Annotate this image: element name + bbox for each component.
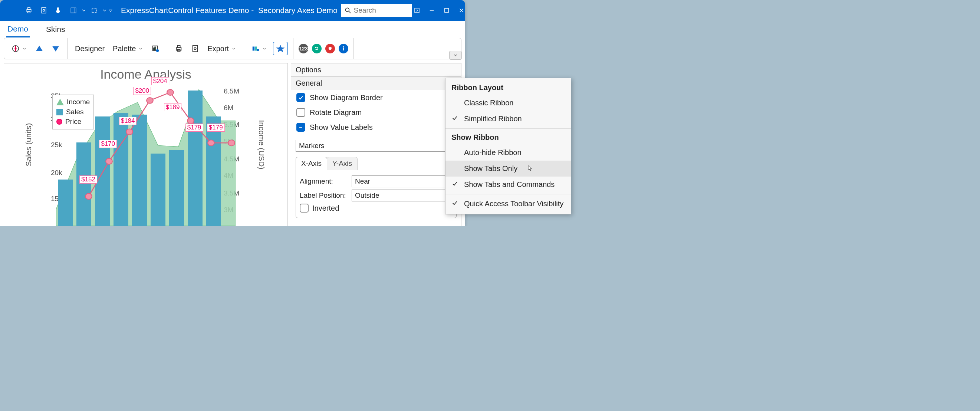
- svg-rect-27: [193, 46, 198, 52]
- export-button[interactable]: Export: [205, 43, 239, 54]
- svg-rect-22: [155, 47, 156, 50]
- theme-colors-button[interactable]: [249, 43, 269, 54]
- svg-rect-29: [253, 47, 255, 51]
- svg-rect-14: [444, 8, 449, 13]
- ribbon-options-button[interactable]: [449, 51, 462, 60]
- tab-demo[interactable]: Demo: [6, 22, 30, 37]
- close-button[interactable]: [456, 5, 467, 16]
- layout-icon[interactable]: [66, 4, 81, 17]
- axis-options: Alignment: Near Label Position: Outside: [296, 170, 457, 218]
- ribbon-context-menu: Ribbon Layout Classic Ribbon Simplified …: [445, 78, 571, 214]
- search-input[interactable]: [353, 6, 409, 15]
- chart-panel: Income Analysis Income Sales Price Sales…: [4, 63, 288, 226]
- general-section: General: [291, 77, 461, 90]
- tab-skins[interactable]: Skins: [45, 22, 67, 37]
- preview-button[interactable]: [189, 43, 201, 54]
- selection-icon[interactable]: [87, 4, 102, 17]
- chart-settings-icon[interactable]: [149, 43, 162, 54]
- y-right-axis-label: Income (USD): [257, 120, 266, 169]
- cm-show-tabs-only[interactable]: Show Tabs Only: [445, 161, 571, 177]
- svg-point-36: [126, 129, 133, 135]
- label-position-label: Label Position:: [300, 191, 348, 199]
- legend-sales-icon: [56, 109, 63, 115]
- legend-price-icon: [56, 119, 62, 125]
- maximize-button[interactable]: [441, 5, 452, 16]
- label-rotate: Rotate Diagram: [310, 108, 362, 117]
- svg-line-10: [349, 11, 350, 13]
- print-preview-icon[interactable]: [37, 4, 51, 17]
- titlebar: ExpressChartControl Features Demo - Seco…: [0, 0, 465, 21]
- label-show-value-labels: Show Value Labels: [310, 123, 373, 132]
- markers-combo[interactable]: Markers: [296, 140, 457, 152]
- badge-green-icon[interactable]: [312, 44, 321, 53]
- y-left-axis-label: Sales (units): [24, 123, 33, 167]
- down-arrow-button[interactable]: [49, 43, 62, 54]
- tab-y-axis[interactable]: Y-Axis: [327, 157, 358, 170]
- chart-legend: Income Sales Price: [52, 95, 94, 129]
- svg-rect-21: [154, 48, 155, 50]
- designer-button[interactable]: Designer: [73, 43, 107, 54]
- label-show-border: Show Diagram Border: [310, 94, 383, 102]
- label-position-combo[interactable]: Outside: [352, 190, 453, 201]
- svg-point-4: [43, 10, 45, 11]
- chevron-down-icon[interactable]: [102, 4, 108, 17]
- svg-point-39: [187, 118, 194, 124]
- legend-income-icon: [56, 99, 64, 105]
- minimize-button[interactable]: [426, 5, 437, 16]
- svg-point-40: [208, 140, 215, 146]
- checkbox-rotate[interactable]: [296, 108, 305, 117]
- svg-rect-0: [27, 10, 31, 12]
- svg-marker-18: [37, 46, 42, 51]
- checkbox-show-border[interactable]: [296, 93, 305, 102]
- cm-qat-visibility[interactable]: Quick Access Toolbar Visibility: [445, 196, 571, 212]
- search-box[interactable]: [341, 4, 412, 17]
- check-icon: [452, 115, 458, 123]
- checkbox-show-value-labels[interactable]: [296, 123, 305, 132]
- cursor-icon: [527, 165, 534, 172]
- qat-customize-icon[interactable]: [108, 4, 113, 17]
- svg-point-23: [156, 49, 159, 52]
- check-icon: [452, 180, 458, 189]
- checkbox-inverted[interactable]: [300, 204, 309, 213]
- svg-point-28: [194, 48, 197, 50]
- search-icon: [344, 7, 352, 14]
- ribbon: Designer Palette Export 123 i: [4, 38, 461, 59]
- badge-123-icon[interactable]: 123: [299, 44, 308, 53]
- svg-point-37: [146, 97, 153, 104]
- svg-point-38: [167, 89, 173, 96]
- options-panel: Options General Show Diagram Border Rota…: [291, 63, 461, 226]
- touch-mode-icon[interactable]: [51, 4, 66, 17]
- compass-button[interactable]: [9, 43, 29, 54]
- palette-button[interactable]: Palette: [111, 43, 145, 54]
- svg-point-34: [85, 193, 92, 199]
- check-icon: [452, 199, 458, 208]
- app-title: ExpressChartControl Features Demo - Seco…: [121, 6, 337, 15]
- svg-marker-19: [53, 47, 59, 51]
- badge-red-icon[interactable]: [325, 44, 335, 53]
- up-arrow-button[interactable]: [33, 43, 46, 54]
- print-button[interactable]: [172, 43, 185, 54]
- cm-classic-ribbon[interactable]: Classic Ribbon: [445, 95, 571, 111]
- window-controls: ?: [412, 5, 469, 16]
- alignment-combo[interactable]: Near: [352, 175, 453, 187]
- svg-point-31: [257, 49, 259, 51]
- cm-autohide[interactable]: Auto-hide Ribbon: [445, 145, 571, 161]
- svg-rect-1: [28, 8, 30, 10]
- tab-x-axis[interactable]: X-Axis: [296, 157, 327, 170]
- cm-simplified-ribbon[interactable]: Simplified Ribbon: [445, 111, 571, 127]
- favorite-button[interactable]: [273, 42, 288, 55]
- cm-show-tabs-commands[interactable]: Show Tabs and Commands: [445, 177, 571, 193]
- ribbon-tabs: Demo Skins: [0, 21, 465, 38]
- help-icon[interactable]: ?: [412, 5, 422, 16]
- print-icon[interactable]: [22, 4, 37, 17]
- svg-text:?: ?: [416, 8, 418, 13]
- svg-rect-5: [71, 8, 76, 13]
- svg-rect-7: [92, 8, 97, 13]
- alignment-label: Alignment:: [300, 177, 348, 185]
- chevron-down-icon[interactable]: [81, 4, 87, 17]
- svg-point-41: [228, 140, 235, 146]
- info-icon[interactable]: i: [339, 44, 348, 53]
- svg-marker-32: [277, 46, 284, 52]
- svg-rect-3: [41, 8, 46, 13]
- chart-title: Income Analysis: [4, 67, 288, 81]
